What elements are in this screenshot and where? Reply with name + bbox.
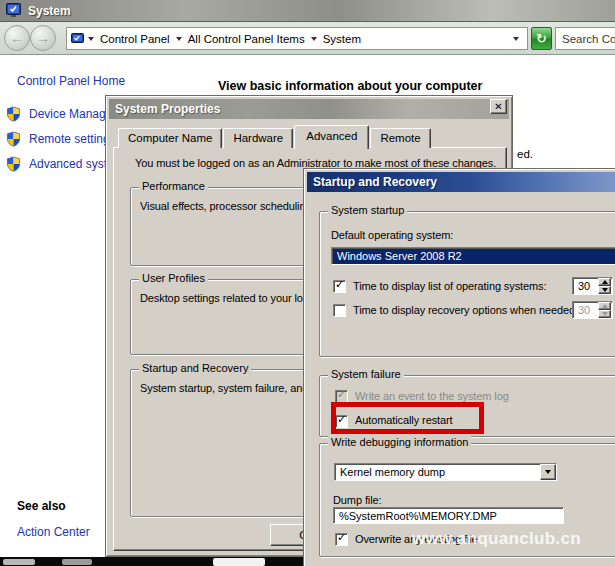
- time-list-spinner[interactable]: 30: [572, 277, 613, 295]
- close-button[interactable]: ✕: [490, 99, 507, 114]
- group-description: Visual effects, processor schedulin: [140, 200, 305, 212]
- group-title: User Profiles: [139, 272, 208, 284]
- spinner-up-button[interactable]: [598, 278, 611, 286]
- breadcrumb-dropdown-icon[interactable]: [88, 37, 94, 41]
- see-also-heading: See also: [17, 499, 66, 513]
- default-os-value: Windows Server 2008 R2: [332, 248, 615, 264]
- dump-file-input[interactable]: %SystemRoot%\MEMORY.DMP: [333, 507, 564, 524]
- tab-advanced[interactable]: Advanced: [294, 125, 369, 149]
- breadcrumb-item-system[interactable]: System: [320, 33, 364, 45]
- dump-type-select[interactable]: Kernel memory dump: [334, 463, 557, 481]
- time-list-checkbox[interactable]: [333, 280, 346, 293]
- sidebar-item-action-center[interactable]: Action Center: [17, 525, 90, 539]
- system-properties-tabs: Computer Name Hardware Advanced Remote: [118, 124, 432, 148]
- spinner-up-button: [598, 302, 611, 310]
- group-title: Performance: [139, 180, 208, 192]
- time-recovery-spinner: 30: [572, 301, 613, 319]
- breadcrumb-item-all-items[interactable]: All Control Panel Items: [185, 33, 308, 45]
- group-title: System failure: [328, 368, 404, 380]
- group-description: Desktop settings related to your log: [140, 292, 309, 304]
- screen: System ← → Control Panel All Control Pan…: [0, 0, 615, 566]
- overwrite-checkbox[interactable]: [335, 533, 348, 546]
- tab-hardware[interactable]: Hardware: [223, 128, 293, 148]
- write-event-label: Write an event to the system log: [355, 390, 509, 402]
- down-arrow-icon: [602, 312, 608, 316]
- system-monitor-icon: [6, 3, 22, 19]
- window-titlebar[interactable]: System: [0, 0, 615, 22]
- group-description: System startup, system failure, and: [140, 382, 308, 394]
- up-arrow-icon: [602, 304, 608, 308]
- breadcrumb-item-control-panel[interactable]: Control Panel: [97, 33, 173, 45]
- dropdown-button[interactable]: [540, 464, 556, 480]
- breadcrumb-separator-icon[interactable]: [176, 37, 182, 41]
- window-title: System: [28, 4, 71, 18]
- dump-file-label: Dump file:: [333, 494, 382, 506]
- dump-type-value: Kernel memory dump: [335, 464, 540, 480]
- back-arrow-icon: ←: [10, 30, 24, 46]
- default-os-select[interactable]: Windows Server 2008 R2: [331, 247, 615, 265]
- uac-shield-icon: [6, 156, 22, 172]
- sidebar-item-label: Device Manager: [29, 107, 116, 121]
- background-text-fragment: ed.: [517, 148, 533, 160]
- sidebar-item-device-manager[interactable]: Device Manager: [6, 106, 116, 122]
- sidebar-item-label: Remote settings: [29, 132, 116, 146]
- dialog-title: Startup and Recovery: [313, 175, 437, 189]
- taskbar-fragment: [213, 558, 265, 566]
- down-arrow-icon: [602, 288, 608, 292]
- page-title: View basic information about your comput…: [218, 79, 482, 93]
- up-arrow-icon: [602, 280, 608, 284]
- dropdown-arrow-icon: [545, 470, 551, 474]
- tab-remote[interactable]: Remote: [370, 128, 430, 148]
- search-placeholder: Search Cont: [562, 33, 615, 45]
- tab-computer-name[interactable]: Computer Name: [118, 128, 222, 148]
- time-list-value[interactable]: 30: [573, 278, 598, 294]
- startup-and-recovery-dialog: Startup and Recovery System startup Defa…: [303, 168, 615, 566]
- system-properties-titlebar[interactable]: System Properties: [109, 99, 509, 119]
- search-input[interactable]: Search Cont: [555, 27, 615, 50]
- time-recovery-label: Time to display recovery options when ne…: [353, 304, 578, 316]
- group-title: Write debugging information: [328, 436, 471, 448]
- startup-recovery-titlebar[interactable]: Startup and Recovery: [307, 172, 615, 192]
- close-icon: ✕: [494, 101, 502, 112]
- uac-shield-icon: [6, 106, 22, 122]
- default-os-label: Default operating system:: [331, 229, 453, 241]
- watermark-text: www.anquanclub.cn: [412, 529, 581, 549]
- group-title: Startup and Recovery: [139, 362, 251, 374]
- navigation-bar: ← → Control Panel All Control Panel Item…: [0, 22, 615, 55]
- address-history-chevron-icon[interactable]: [513, 37, 519, 41]
- back-button[interactable]: ←: [4, 25, 30, 51]
- forward-arrow-icon: →: [36, 30, 50, 46]
- uac-shield-icon: [6, 131, 22, 147]
- sidebar-item-control-panel-home[interactable]: Control Panel Home: [17, 74, 125, 88]
- breadcrumb-separator-icon[interactable]: [311, 37, 317, 41]
- dialog-title: System Properties: [115, 102, 220, 116]
- time-list-label: Time to display list of operating system…: [353, 280, 546, 292]
- breadcrumb-location-icon: [71, 33, 85, 45]
- taskbar-fragment: [62, 559, 92, 565]
- spinner-down-button: [598, 310, 611, 318]
- taskbar-fragment: [3, 559, 35, 565]
- refresh-button[interactable]: ↻: [531, 27, 552, 50]
- red-highlight-annotation: [331, 402, 484, 434]
- forward-button[interactable]: →: [30, 25, 56, 51]
- spinner-down-button[interactable]: [598, 286, 611, 294]
- sidebar-item-remote-settings[interactable]: Remote settings: [6, 131, 116, 147]
- refresh-icon: ↻: [536, 31, 547, 46]
- group-title: System startup: [328, 204, 407, 216]
- time-recovery-checkbox[interactable]: [333, 304, 346, 317]
- time-recovery-value: 30: [573, 302, 598, 318]
- address-bar[interactable]: Control Panel All Control Panel Items Sy…: [66, 27, 528, 50]
